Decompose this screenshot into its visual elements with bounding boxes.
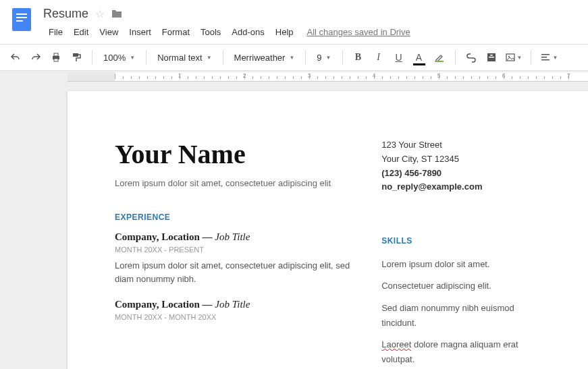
job-dates: MONTH 20XX - MONTH 20XX — [115, 313, 354, 321]
contact-phone: (123) 456-7890 — [381, 167, 541, 181]
job-dash: — — [203, 231, 213, 242]
job-dash: — — [203, 299, 213, 310]
font-size-select[interactable]: 9▼ — [313, 49, 335, 66]
menu-edit[interactable]: Edit — [68, 24, 94, 40]
skill-item: Sed diam nonummy nibh euismod tincidunt. — [381, 301, 541, 331]
menu-file[interactable]: File — [43, 24, 68, 40]
job-location: Location — [161, 299, 200, 310]
star-icon[interactable]: ☆ — [95, 7, 105, 20]
svg-rect-10 — [490, 55, 493, 56]
docs-logo-icon[interactable] — [8, 5, 35, 32]
contact-city: Your City, ST 12345 — [381, 152, 541, 167]
zoom-select[interactable]: 100%▼ — [99, 49, 139, 66]
menu-tools[interactable]: Tools — [195, 24, 226, 40]
skill-item: Laoreet dolore magna aliquam erat volutp… — [381, 337, 541, 367]
svg-rect-15 — [541, 57, 547, 58]
job-title: Job Title — [215, 231, 250, 242]
job-entry: Company, Location — Job Title MONTH 20XX… — [115, 231, 354, 285]
menu-help[interactable]: Help — [270, 24, 299, 40]
menu-format[interactable]: Format — [157, 24, 195, 40]
bold-button[interactable]: B — [350, 49, 367, 66]
svg-rect-0 — [12, 8, 31, 31]
svg-rect-3 — [16, 20, 23, 22]
job-entry: Company, Location — Job Title MONTH 20XX… — [115, 299, 354, 321]
text-color-button[interactable]: A — [410, 49, 428, 66]
job-company: Company, — [115, 231, 159, 242]
svg-rect-11 — [489, 57, 494, 58]
font-select[interactable]: Merriweather▼ — [230, 49, 299, 66]
svg-rect-2 — [16, 17, 27, 18]
skills-heading: SKILLS — [381, 235, 541, 248]
skill-item: Lorem ipsum dolor sit amet. — [381, 257, 541, 272]
svg-rect-16 — [541, 59, 550, 61]
save-status[interactable]: All changes saved in Drive — [307, 27, 410, 37]
menu-insert[interactable]: Insert — [124, 24, 157, 40]
job-location: Location — [161, 231, 200, 242]
toolbar: 100%▼ Normal text▼ Merriweather▼ 9▼ B I … — [0, 44, 588, 71]
svg-rect-14 — [541, 54, 550, 55]
insert-comment-button[interactable] — [483, 49, 500, 66]
spellcheck-squiggle[interactable]: Laoreet — [381, 339, 411, 349]
paragraph-style-select[interactable]: Normal text▼ — [153, 49, 215, 66]
document-page[interactable]: Your Name Lorem ipsum dolor sit amet, co… — [68, 91, 588, 369]
contact-street: 123 Your Street — [381, 138, 541, 152]
contact-email: no_reply@example.com — [381, 180, 541, 194]
svg-rect-7 — [73, 53, 78, 57]
resume-tagline: Lorem ipsum dolor sit amet, consectetuer… — [115, 178, 354, 188]
menu-addons[interactable]: Add-ons — [226, 24, 269, 40]
svg-rect-6 — [54, 59, 58, 61]
print-button[interactable] — [47, 49, 65, 66]
document-canvas: Your Name Lorem ipsum dolor sit amet, co… — [0, 82, 588, 369]
paint-format-button[interactable] — [68, 49, 85, 66]
resume-name: Your Name — [115, 138, 354, 170]
menu-view[interactable]: View — [94, 24, 124, 40]
svg-rect-8 — [435, 61, 444, 62]
experience-heading: EXPERIENCE — [115, 212, 354, 222]
menu-bar: File Edit View Insert Format Tools Add-o… — [43, 24, 580, 40]
skill-item: Consectetuer adipiscing elit. — [381, 279, 541, 293]
undo-button[interactable] — [7, 49, 24, 66]
document-title[interactable]: Resume — [43, 7, 88, 21]
svg-rect-1 — [16, 13, 27, 15]
folder-icon[interactable] — [111, 9, 122, 18]
svg-rect-5 — [54, 53, 58, 56]
redo-button[interactable] — [27, 49, 45, 66]
insert-link-button[interactable] — [462, 49, 480, 66]
job-title: Job Title — [215, 299, 250, 310]
job-dates: MONTH 20XX - PRESENT — [115, 246, 354, 254]
insert-image-button[interactable]: ▼ — [503, 49, 525, 66]
underline-button[interactable]: U — [390, 49, 408, 66]
horizontal-ruler[interactable]: // ticks generated below after data load… — [68, 72, 588, 82]
job-company: Company, — [115, 299, 159, 310]
italic-button[interactable]: I — [370, 49, 387, 66]
job-description: Lorem ipsum dolor sit amet, consectetuer… — [115, 259, 354, 285]
align-button[interactable]: ▼ — [538, 49, 560, 66]
highlight-color-button[interactable] — [431, 49, 448, 66]
